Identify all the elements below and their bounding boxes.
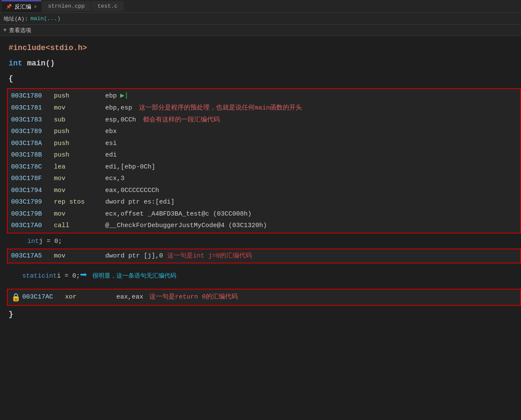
asm-row-1799: 003C1799 rep stos dword ptr es:[edi] bbox=[8, 196, 520, 208]
asm-row-178A: 003C178A push esi bbox=[8, 138, 520, 150]
green-arrow-icon: ▶| bbox=[120, 90, 128, 102]
asm-row-1794: 003C1794 mov eax,0CCCCCCCCh bbox=[8, 185, 520, 197]
asm-row-1780: 003C1780 push ebp ▶| bbox=[8, 90, 520, 102]
operand-1783: esp,0CCh bbox=[105, 115, 136, 126]
asm-row-178F: 003C178F mov ecx,3 bbox=[8, 173, 520, 185]
static-keyword: static bbox=[22, 270, 45, 282]
operand-178F: ecx,3 bbox=[105, 173, 124, 184]
op-179B: mov bbox=[54, 209, 105, 220]
include-line: #include<stdio.h> bbox=[9, 40, 521, 56]
addr-1799: 003C1799 bbox=[11, 197, 54, 208]
main-content: #include<stdio.h> int main() { 003C1780 … bbox=[0, 36, 521, 326]
int-keyword: int bbox=[9, 56, 27, 71]
op-1794: mov bbox=[54, 185, 105, 196]
addr-178B: 003C178B bbox=[11, 150, 54, 161]
op-17A0: call bbox=[54, 220, 105, 231]
addr-178C: 003C178C bbox=[11, 162, 54, 173]
int-i-keyword: int bbox=[45, 270, 57, 282]
operand-1794: eax,0CCCCCCCCh bbox=[105, 185, 159, 196]
asm-row-17A0: 003C17A0 call @__CheckForDebuggerJustMyC… bbox=[8, 220, 520, 232]
operand-179B: ecx,offset _A4BFD3BA_test@c (03CC008h) bbox=[105, 209, 252, 220]
asm-block-2: 003C17A5 mov dword ptr [j],0 这一句是int j=0… bbox=[7, 248, 521, 264]
asm-row-178B: 003C178B push edi bbox=[8, 149, 520, 161]
addr-178A: 003C178A bbox=[11, 138, 54, 149]
op-1789: push bbox=[54, 126, 105, 137]
op-1783: sub bbox=[54, 115, 105, 126]
operand-17A0: @__CheckForDebuggerJustMyCode@4 (03C1320… bbox=[105, 220, 267, 231]
static-comment: 很明显，这一条语句无汇编代码 bbox=[92, 271, 176, 281]
tab-disasm[interactable]: 📌 反汇编 ✕ bbox=[2, 0, 41, 12]
addr-1780: 003C1780 bbox=[11, 91, 54, 102]
breakpoint-icon: 🔒 bbox=[11, 291, 21, 305]
pin-icon: 📌 bbox=[6, 4, 12, 9]
operand-1789: ebx bbox=[105, 126, 117, 137]
comment-17A5: 这一句是int j=0的汇编代码 bbox=[167, 251, 252, 262]
tab-bar: 📌 反汇编 ✕ strnlen.cpp test.c bbox=[0, 0, 521, 13]
addr-178F: 003C178F bbox=[11, 173, 54, 184]
op-178F: mov bbox=[54, 173, 105, 184]
view-options-label[interactable]: 查看选项 bbox=[9, 27, 31, 34]
comment-1783: 都会有这样的一段汇编代码 bbox=[143, 115, 220, 126]
addr-179B: 003C179B bbox=[11, 209, 54, 220]
int-i-rest: i = 0; bbox=[57, 270, 80, 282]
brace-close-line: } bbox=[9, 307, 521, 322]
int-j-rest: j = 0; bbox=[39, 236, 62, 247]
int-j-keyword: int bbox=[27, 236, 39, 247]
asm-row-178C: 003C178C lea edi,[ebp-0Ch] bbox=[8, 161, 520, 173]
brace-close: } bbox=[9, 307, 13, 322]
brace-open: { bbox=[9, 71, 13, 86]
op-178A: push bbox=[54, 138, 105, 149]
addr-1781: 003C1781 bbox=[11, 103, 54, 114]
op-1781: mov bbox=[54, 103, 105, 114]
blue-arrow-icon: ➡ bbox=[80, 265, 87, 287]
src-int-j-line: int j = 0; bbox=[22, 235, 521, 248]
operand-178B: edi bbox=[105, 150, 117, 161]
int-main-line: int main() bbox=[9, 56, 521, 71]
operand-1799: dword ptr es:[edi] bbox=[105, 197, 175, 208]
asm-row-1781: 003C1781 mov ebp,esp 这一部分是程序的预处理，也就是说任何m… bbox=[8, 102, 520, 114]
operand-1780: ebp bbox=[105, 91, 117, 102]
operand-17AC: eax,eax bbox=[116, 291, 143, 303]
op-1780: push bbox=[54, 91, 105, 102]
include-text: #include<stdio.h> bbox=[9, 40, 87, 56]
tab-close-icon[interactable]: ✕ bbox=[34, 3, 37, 10]
tab-strnlen[interactable]: strnlen.cpp bbox=[42, 1, 91, 11]
tab-testc-label: test.c bbox=[98, 3, 118, 9]
addr-17AC: 003C17AC bbox=[22, 291, 65, 303]
addr-1783: 003C1783 bbox=[11, 115, 54, 126]
tab-testc[interactable]: test.c bbox=[92, 1, 124, 11]
addr-17A0: 003C17A0 bbox=[11, 220, 54, 231]
main-text: main() bbox=[27, 56, 55, 71]
operand-178A: esi bbox=[105, 138, 117, 149]
address-value[interactable]: main(...) bbox=[30, 15, 60, 22]
tab-disasm-label: 反汇编 bbox=[15, 3, 31, 11]
addr-17A5: 003C17A5 bbox=[11, 251, 54, 262]
brace-open-line: { bbox=[9, 71, 521, 86]
tab-strnlen-label: strnlen.cpp bbox=[48, 3, 85, 9]
asm-row-179B: 003C179B mov ecx,offset _A4BFD3BA_test@c… bbox=[8, 208, 520, 220]
asm-row-17A5: 003C17A5 mov dword ptr [j],0 这一句是int j=0… bbox=[8, 250, 520, 262]
addr-1789: 003C1789 bbox=[11, 126, 54, 137]
asm-row-1783: 003C1783 sub esp,0CCh 都会有这样的一段汇编代码 bbox=[8, 114, 520, 126]
src-static-int-i-row: static int i = 0; ➡ 很明显，这一条语句无汇编代码 bbox=[9, 264, 521, 287]
addr-1794: 003C1794 bbox=[11, 185, 54, 196]
op-17AC: xor bbox=[65, 291, 116, 303]
op-178B: push bbox=[54, 150, 105, 161]
address-label: 地址(A): bbox=[3, 15, 28, 23]
op-178C: lea bbox=[54, 162, 105, 173]
view-options-bar: ▼ 查看选项 bbox=[0, 25, 521, 36]
asm-row-1789: 003C1789 push ebx bbox=[8, 126, 520, 138]
operand-17A5: dword ptr [j],0 bbox=[105, 251, 163, 262]
src-return-xor-block: 🔒 003C17AC xor eax,eax 这一句是return 0的汇编代码 bbox=[7, 289, 521, 306]
expand-icon[interactable]: ▼ bbox=[3, 27, 6, 33]
address-bar: 地址(A): main(...) bbox=[0, 13, 521, 25]
op-17A5: mov bbox=[54, 251, 105, 262]
comment-17AC: 这一句是return 0的汇编代码 bbox=[149, 291, 238, 303]
comment-1781: 这一部分是程序的预处理，也就是说任何main函数的开头 bbox=[139, 103, 302, 114]
op-1799: rep stos bbox=[54, 197, 105, 208]
asm-block-1: 003C1780 push ebp ▶| 003C1781 mov ebp,es… bbox=[7, 88, 521, 234]
operand-1781: ebp,esp bbox=[105, 103, 132, 114]
operand-178C: edi,[ebp-0Ch] bbox=[105, 162, 155, 173]
